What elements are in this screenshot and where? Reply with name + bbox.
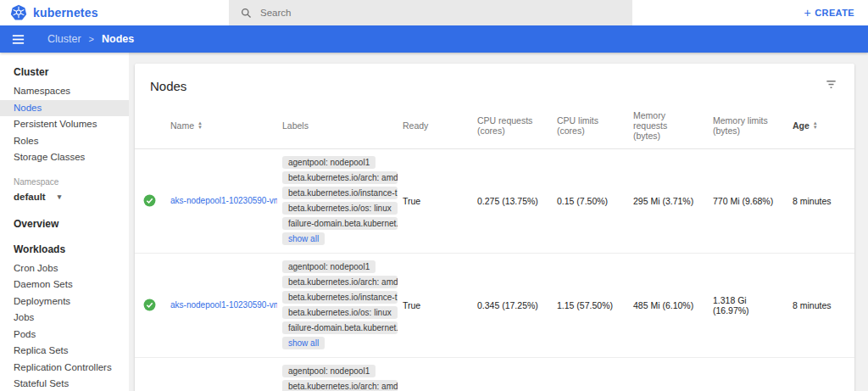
namespace-label: Namespace [0, 166, 129, 188]
sidebar-item-persistent-volumes[interactable]: Persistent Volumes [0, 116, 129, 133]
sidebar-item-deployments[interactable]: Deployments [0, 293, 129, 310]
sidebar-item-roles[interactable]: Roles [0, 133, 129, 150]
breadcrumb-cluster[interactable]: Cluster [47, 33, 81, 45]
col-header-name[interactable]: Name ▲▼ [162, 105, 274, 149]
age-cell: 8 minutes [784, 149, 854, 254]
label-chip: agentpool: nodepool1 [282, 365, 376, 377]
breadcrumb: Cluster > Nodes [47, 33, 134, 45]
sidebar-item-overview[interactable]: Overview [0, 209, 129, 235]
memory-requests-cell: 295 Mi (3.71%) [625, 149, 704, 254]
breadcrumb-bar: Cluster > Nodes [0, 25, 868, 53]
sidebar-section-cluster: Cluster [0, 58, 129, 83]
show-all-button[interactable]: show all [282, 337, 325, 349]
chevron-down-icon: ▾ [58, 193, 62, 201]
main-content: Nodes [129, 53, 868, 391]
breadcrumb-nodes: Nodes [102, 33, 134, 45]
labels-cell: agentpool: nodepool1beta.kubernetes.io/a… [274, 358, 394, 391]
menu-icon[interactable] [11, 32, 25, 47]
brand-label: kubernetes [33, 6, 98, 20]
label-chip: beta.kubernetes.io/instance-t. [282, 291, 398, 304]
memory-requests-cell: 409 Mi (5.14%) [625, 358, 704, 391]
sidebar-item-cron-jobs[interactable]: Cron Jobs [0, 260, 129, 277]
cpu-requests-cell: 0.385 (19.25%) [469, 358, 548, 391]
label-chip: beta.kubernetes.io/os: linux [282, 202, 398, 215]
col-header-memory-limits: Memory limits (bytes) [704, 105, 784, 149]
namespace-value: default [14, 192, 46, 202]
label-chip: beta.kubernetes.io/arch: amd. [282, 171, 398, 184]
node-name-link[interactable]: aks-nodepool1-10230590-vm... [170, 196, 277, 205]
sidebar-item-replication-controllers[interactable]: Replication Controllers [0, 360, 129, 377]
plus-icon: + [804, 8, 812, 17]
col-header-cpu-limits: CPU limits (cores) [548, 105, 625, 149]
sidebar-section-workloads: Workloads [0, 235, 129, 260]
col-header-memory-requests: Memory requests (bytes) [625, 105, 704, 149]
sidebar-cluster-list: NamespacesNodesPersistent VolumesRolesSt… [0, 83, 129, 166]
col-header-ready: Ready [394, 105, 469, 149]
labels-list: agentpool: nodepool1beta.kubernetes.io/a… [282, 154, 386, 231]
search-bar[interactable] [229, 0, 632, 25]
filter-icon[interactable] [823, 76, 839, 95]
breadcrumb-separator: > [89, 34, 94, 44]
sidebar-item-jobs[interactable]: Jobs [0, 310, 129, 327]
label-chip: agentpool: nodepool1 [282, 260, 376, 273]
memory-limits-cell: 1.240 Gi (15.96%) [704, 358, 784, 391]
status-cell [135, 149, 162, 254]
app-shell: Cluster NamespacesNodesPersistent Volume… [0, 53, 868, 391]
search-icon [241, 8, 252, 19]
create-button-label: CREATE [815, 8, 854, 18]
cpu-requests-cell: 0.345 (17.25%) [469, 254, 548, 358]
nodes-card: Nodes [135, 64, 854, 391]
nodes-table-body: aks-nodepool1-10230590-vm... agentpool: … [135, 149, 854, 391]
sidebar-item-nodes[interactable]: Nodes [0, 100, 129, 117]
namespace-select[interactable]: default ▾ [0, 188, 129, 209]
age-cell: 8 minutes [784, 358, 854, 391]
col-header-labels: Labels [274, 105, 394, 149]
labels-list: agentpool: nodepool1beta.kubernetes.io/a… [282, 259, 386, 335]
table-row: aks-nodepool1-10230590-vm... agentpool: … [135, 149, 854, 254]
sidebar-item-daemon-sets[interactable]: Daemon Sets [0, 276, 129, 293]
col-header-age[interactable]: Age ▲▼ [784, 105, 854, 149]
label-chip: beta.kubernetes.io/arch: amd. [282, 276, 398, 288]
name-cell: aks-nodepool1-10230590-vm... [162, 358, 274, 391]
sort-icon: ▲▼ [198, 121, 203, 130]
sidebar: Cluster NamespacesNodesPersistent Volume… [0, 53, 129, 391]
sort-icon: ▲▼ [813, 121, 818, 130]
labels-list: agentpool: nodepool1beta.kubernetes.io/a… [282, 363, 386, 391]
age-cell: 8 minutes [784, 254, 854, 358]
cpu-limits-cell: 1.15 (57.50%) [548, 254, 625, 358]
show-all-button[interactable]: show all [282, 232, 325, 245]
labels-cell: agentpool: nodepool1beta.kubernetes.io/a… [274, 149, 394, 254]
sidebar-item-namespaces[interactable]: Namespaces [0, 83, 129, 100]
status-cell [135, 254, 162, 358]
create-button[interactable]: + CREATE [804, 8, 854, 18]
cpu-limits-cell: 0.15 (7.50%) [548, 149, 625, 254]
top-bar: kubernetes + CREATE [0, 0, 868, 25]
ready-cell: True [394, 358, 469, 391]
search-input[interactable] [260, 8, 620, 18]
sidebar-item-stateful-sets[interactable]: Stateful Sets [0, 376, 129, 391]
page-title: Nodes [150, 79, 186, 93]
table-header-row: Name ▲▼ Labels Ready CPU requests (cores… [135, 105, 854, 149]
ready-cell: True [394, 254, 469, 358]
cpu-limits-cell: 0.25 (12.50%) [548, 358, 625, 391]
label-chip: agentpool: nodepool1 [282, 156, 376, 169]
table-row: aks-nodepool1-10230590-vm... agentpool: … [135, 358, 854, 391]
ready-cell: True [394, 149, 469, 254]
sidebar-item-pods[interactable]: Pods [0, 327, 129, 344]
memory-limits-cell: 770 Mi (9.68%) [704, 149, 784, 254]
label-chip: failure-domain.beta.kubernet... [282, 321, 398, 334]
memory-requests-cell: 485 Mi (6.10%) [625, 254, 704, 358]
label-chip: beta.kubernetes.io/arch: amd. [282, 380, 398, 391]
col-header-cpu-requests: CPU requests (cores) [469, 105, 548, 149]
memory-limits-cell: 1.318 Gi (16.97%) [704, 254, 784, 358]
sidebar-workloads-list: Cron JobsDaemon SetsDeploymentsJobsPodsR… [0, 260, 129, 391]
sidebar-item-replica-sets[interactable]: Replica Sets [0, 343, 129, 360]
node-name-link[interactable]: aks-nodepool1-10230590-vm... [170, 300, 277, 310]
card-header: Nodes [135, 64, 854, 105]
brand[interactable]: kubernetes [0, 4, 98, 21]
label-chip: beta.kubernetes.io/instance-t. [282, 187, 398, 199]
cpu-requests-cell: 0.275 (13.75%) [469, 149, 548, 254]
sidebar-item-storage-classes[interactable]: Storage Classes [0, 149, 129, 166]
table-row: aks-nodepool1-10230590-vm... agentpool: … [135, 254, 854, 358]
name-cell: aks-nodepool1-10230590-vm... [162, 149, 274, 254]
